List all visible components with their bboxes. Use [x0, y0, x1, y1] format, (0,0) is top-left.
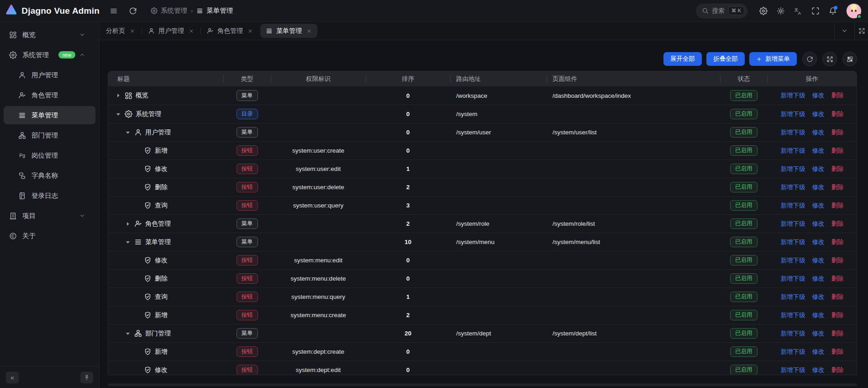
breadcrumb-item-system[interactable]: 系统管理 — [151, 6, 187, 15]
action-删除[interactable]: 删除 — [831, 183, 844, 191]
tab-分析页[interactable]: 分析页 — [100, 22, 142, 40]
notifications-button[interactable] — [825, 3, 841, 19]
user-avatar[interactable] — [846, 3, 862, 19]
action-修改[interactable]: 修改 — [812, 128, 825, 137]
tree-collapse-icon[interactable] — [124, 129, 132, 136]
cell-sort: 1 — [366, 165, 450, 172]
sidebar-item-用户管理[interactable]: 用户管理 — [4, 66, 95, 84]
action-新增下级[interactable]: 新增下级 — [781, 110, 805, 118]
action-修改[interactable]: 修改 — [812, 366, 825, 374]
action-新增下级[interactable]: 新增下级 — [781, 91, 805, 100]
table-fullscreen-button[interactable] — [822, 52, 837, 66]
sidebar-item-角色管理[interactable]: 角色管理 — [4, 86, 95, 104]
action-删除[interactable]: 删除 — [831, 330, 844, 338]
sidebar-item-字典名称[interactable]: 字典名称 — [4, 166, 95, 185]
action-删除[interactable]: 删除 — [831, 91, 844, 100]
language-button[interactable]: 文A — [790, 3, 806, 19]
sidebar-item-部门管理[interactable]: 部门管理 — [4, 126, 95, 144]
action-新增下级[interactable]: 新增下级 — [781, 220, 805, 228]
tree-collapse-icon[interactable] — [115, 111, 122, 118]
settings-button[interactable] — [756, 3, 771, 19]
tree-expand-icon[interactable] — [124, 220, 132, 228]
sidebar-collapse-button[interactable]: « — [6, 372, 19, 383]
action-修改[interactable]: 修改 — [812, 165, 825, 173]
action-修改[interactable]: 修改 — [812, 110, 825, 118]
action-新增下级[interactable]: 新增下级 — [781, 165, 805, 173]
sidebar-pin-button[interactable] — [80, 372, 93, 383]
action-修改[interactable]: 修改 — [812, 91, 825, 100]
action-新增下级[interactable]: 新增下级 — [781, 293, 805, 301]
action-删除[interactable]: 删除 — [831, 147, 844, 155]
content-fullscreen-button[interactable] — [854, 22, 868, 40]
tab-角色管理[interactable]: 角色管理 — [200, 22, 259, 40]
tab-list-dropdown-button[interactable] — [834, 22, 854, 40]
tab-菜单管理[interactable]: 菜单管理 — [259, 22, 318, 40]
sidebar-item-菜单管理[interactable]: 菜单管理 — [4, 106, 95, 124]
action-删除[interactable]: 删除 — [831, 366, 844, 374]
action-新增下级[interactable]: 新增下级 — [781, 330, 805, 338]
action-删除[interactable]: 删除 — [831, 348, 844, 356]
tree-expand-icon[interactable] — [115, 92, 122, 99]
action-删除[interactable]: 删除 — [831, 128, 844, 137]
action-修改[interactable]: 修改 — [812, 238, 825, 246]
action-修改[interactable]: 修改 — [812, 220, 825, 228]
action-新增下级[interactable]: 新增下级 — [781, 366, 805, 374]
horizontal-scrollbar[interactable] — [108, 383, 857, 386]
action-修改[interactable]: 修改 — [812, 311, 825, 319]
gear-icon — [9, 51, 17, 59]
breadcrumb-item-menu[interactable]: 菜单管理 — [196, 6, 233, 15]
collapse-all-button[interactable]: 折叠全部 — [706, 52, 745, 66]
sidebar-toggle-button[interactable] — [106, 3, 121, 19]
expand-all-button[interactable]: 展开全部 — [663, 52, 702, 66]
action-删除[interactable]: 删除 — [831, 293, 844, 301]
tab-用户管理[interactable]: 用户管理 — [142, 22, 200, 40]
action-删除[interactable]: 删除 — [831, 202, 844, 210]
table-refresh-button[interactable] — [802, 52, 817, 66]
action-新增下级[interactable]: 新增下级 — [781, 183, 805, 191]
theme-toggle-button[interactable] — [773, 3, 789, 19]
refresh-page-button[interactable] — [125, 3, 141, 19]
action-新增下级[interactable]: 新增下级 — [781, 311, 805, 319]
add-menu-button[interactable]: 新增菜单 — [749, 52, 797, 66]
action-修改[interactable]: 修改 — [812, 348, 825, 356]
action-删除[interactable]: 删除 — [831, 311, 844, 319]
action-删除[interactable]: 删除 — [831, 110, 844, 118]
action-新增下级[interactable]: 新增下级 — [781, 256, 805, 265]
action-删除[interactable]: 删除 — [831, 220, 844, 228]
sidebar-item-登录日志[interactable]: 登录日志 — [4, 186, 95, 205]
action-删除[interactable]: 删除 — [831, 275, 844, 283]
action-新增下级[interactable]: 新增下级 — [781, 348, 805, 356]
action-新增下级[interactable]: 新增下级 — [781, 128, 805, 137]
sidebar-item-岗位管理[interactable]: Pg岗位管理 — [4, 146, 95, 165]
cell-title: 角色管理 — [108, 220, 223, 228]
table-row: 新增按钮system:menu:create2已启用新增下级修改删除 — [108, 306, 857, 324]
action-删除[interactable]: 删除 — [831, 256, 844, 265]
action-修改[interactable]: 修改 — [812, 293, 825, 301]
action-新增下级[interactable]: 新增下级 — [781, 238, 805, 246]
column-header-排序: 排序 — [366, 71, 450, 86]
tree-collapse-icon[interactable] — [124, 330, 132, 337]
global-search-button[interactable]: 搜索 ⌘ K — [696, 4, 747, 18]
fullscreen-button[interactable] — [808, 3, 823, 19]
cell-type: 菜单 — [223, 218, 271, 229]
sidebar-item-关于[interactable]: 关于 — [4, 227, 95, 245]
action-修改[interactable]: 修改 — [812, 256, 825, 265]
sidebar-item-概览[interactable]: 概览 — [4, 26, 95, 44]
action-新增下级[interactable]: 新增下级 — [781, 275, 805, 283]
action-修改[interactable]: 修改 — [812, 330, 825, 338]
action-修改[interactable]: 修改 — [812, 147, 825, 155]
sidebar-item-项目[interactable]: 项目 — [4, 207, 95, 225]
action-删除[interactable]: 删除 — [831, 238, 844, 246]
cell-title: 菜单管理 — [108, 238, 223, 246]
table-columns-button[interactable] — [842, 52, 857, 66]
cell-title: 新增 — [108, 348, 223, 356]
tree-collapse-icon[interactable] — [124, 239, 132, 246]
action-新增下级[interactable]: 新增下级 — [781, 147, 805, 155]
action-删除[interactable]: 删除 — [831, 165, 844, 173]
action-新增下级[interactable]: 新增下级 — [781, 202, 805, 210]
action-修改[interactable]: 修改 — [812, 183, 825, 191]
action-修改[interactable]: 修改 — [812, 202, 825, 210]
sidebar-item-系统管理[interactable]: 系统管理new — [4, 46, 95, 64]
action-修改[interactable]: 修改 — [812, 275, 825, 283]
app-header: Djagno Vue Admin 系统管理 › 菜单管理 搜索 ⌘ — [0, 0, 868, 22]
